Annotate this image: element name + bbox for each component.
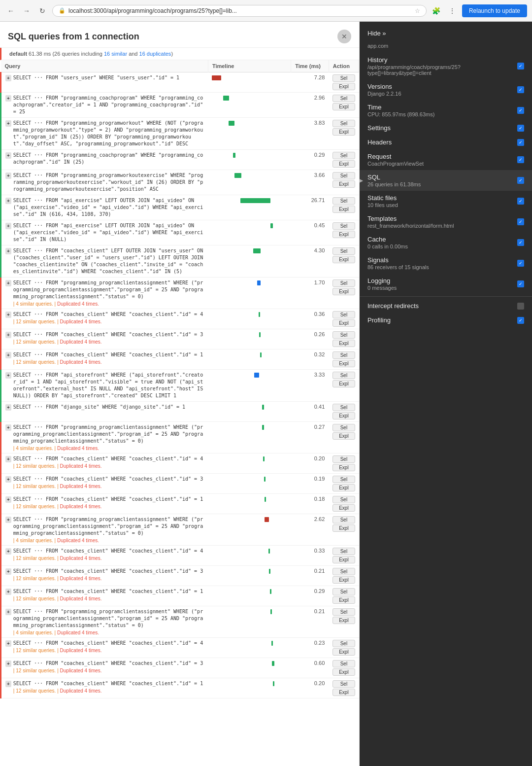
similar-link[interactable]: 16 similar [104,51,127,57]
sel-action-button[interactable]: Sel [332,404,355,411]
expand-button[interactable]: + [5,198,11,204]
sel-action-button[interactable]: Sel [332,476,355,483]
address-bar[interactable]: 🔒 localhost:3000/api/programming/coach/p… [52,5,427,17]
sel-action-button[interactable]: Sel [332,568,355,575]
expand-button[interactable]: + [5,609,11,615]
expand-button[interactable]: + [5,476,11,483]
extensions-button[interactable]: 🧩 [431,5,442,17]
expl-action-button[interactable]: Expl [332,432,355,440]
expl-action-button[interactable]: Expl [332,206,355,213]
sel-action-button[interactable]: Sel [332,455,355,463]
expl-action-button[interactable]: Expl [332,360,355,367]
expand-button[interactable]: + [5,248,11,254]
sidebar-item-checkbox[interactable] [517,218,524,225]
expl-action-button[interactable]: Expl [332,524,355,532]
sidebar-item-settings[interactable]: Settings [360,121,532,135]
reload-button[interactable]: ↻ [36,5,48,17]
sel-action-button[interactable]: Sel [332,152,355,159]
sel-action-button[interactable]: Sel [332,279,355,287]
expl-action-button[interactable]: Expl [332,380,355,387]
sel-action-button[interactable]: Sel [332,548,355,555]
menu-button[interactable]: ⋮ [446,5,458,17]
duplicates-link[interactable]: 16 duplicates [139,51,171,57]
expl-action-button[interactable]: Expl [332,319,355,327]
expand-button[interactable]: + [5,120,11,127]
expl-action-button[interactable]: Expl [332,103,355,110]
expl-action-button[interactable]: Expl [332,504,355,512]
expand-button[interactable]: + [5,173,11,179]
expand-button[interactable]: + [5,223,11,229]
expl-action-button[interactable]: Expl [332,648,355,656]
sidebar-item-signals[interactable]: Signals86 receivers of 15 signals [360,253,532,274]
sidebar-item-logging[interactable]: Logging0 messages [360,274,532,294]
sel-action-button[interactable]: Sel [332,516,355,523]
expl-action-button[interactable]: Expl [332,128,355,136]
sel-action-button[interactable]: Sel [332,331,355,339]
sel-action-button[interactable]: Sel [332,372,355,379]
sidebar-item-checkbox[interactable] [517,198,524,205]
sel-action-button[interactable]: Sel [332,172,355,179]
sidebar-item-checkbox[interactable] [517,63,524,70]
expand-button[interactable]: + [5,456,11,462]
sel-action-button[interactable]: Sel [332,197,355,205]
sidebar-item-checkbox[interactable] [517,177,524,184]
sidebar-item-headers[interactable]: Headers [360,135,532,149]
expl-action-button[interactable]: Expl [332,668,355,676]
expl-action-button[interactable]: Expl [332,617,355,624]
expand-button[interactable]: + [5,681,11,687]
expand-button[interactable]: + [5,332,11,338]
sidebar-item-history[interactable]: History/api/programming/coach/programs/2… [360,53,532,79]
expl-action-button[interactable]: Expl [332,484,355,491]
expl-action-button[interactable]: Expl [332,576,355,584]
sidebar-item-checkbox[interactable] [517,156,524,163]
sel-action-button[interactable]: Sel [332,608,355,616]
sidebar-item-templates[interactable]: Templatesrest_framework/horizontal/form.… [360,211,532,232]
sidebar-item-checkbox[interactable] [517,125,524,132]
expand-button[interactable]: + [5,661,11,667]
sel-action-button[interactable]: Sel [332,351,355,359]
expl-action-button[interactable]: Expl [332,556,355,563]
sidebar-item-static[interactable]: Static files10 files used [360,191,532,211]
sidebar-item-versions[interactable]: VersionsDjango 2.2.16 [360,79,532,100]
sel-action-button[interactable]: Sel [332,247,355,255]
sidebar-item-checkbox[interactable] [517,280,524,287]
sidebar-item-checkbox[interactable] [517,86,524,93]
expl-action-button[interactable]: Expl [332,256,355,263]
expand-button[interactable]: + [5,589,11,595]
sel-action-button[interactable]: Sel [332,660,355,667]
forward-button[interactable]: → [21,5,33,17]
sidebar-item-checkbox[interactable] [517,303,524,310]
expl-action-button[interactable]: Expl [332,160,355,168]
expand-button[interactable]: + [5,640,11,647]
sidebar-item-checkbox[interactable] [517,239,524,246]
sel-action-button[interactable]: Sel [332,222,355,230]
expand-button[interactable]: + [5,496,11,503]
expand-button[interactable]: + [5,424,11,431]
expl-action-button[interactable]: Expl [332,180,355,188]
sel-action-button[interactable]: Sel [332,95,355,102]
sidebar-item-checkbox[interactable] [517,317,524,324]
sel-action-button[interactable]: Sel [332,588,355,595]
expand-button[interactable]: + [5,548,11,555]
expl-action-button[interactable]: Expl [332,689,355,696]
sidebar-item-time[interactable]: TimeCPU: 855.97ms (898.63ms) [360,100,532,121]
sel-action-button[interactable]: Sel [332,680,355,688]
sidebar-item-sql[interactable]: ▶SQL26 queries in 61.38ms [360,170,532,191]
sidebar-item-cache[interactable]: Cache0 calls in 0.00ms [360,232,532,253]
expand-button[interactable]: + [5,517,11,523]
expl-action-button[interactable]: Expl [332,596,355,604]
expand-button[interactable]: + [5,312,11,318]
relaunch-button[interactable]: Relaunch to update [462,4,527,17]
sidebar-item-checkbox[interactable] [517,260,524,267]
expand-button[interactable]: + [5,75,11,81]
sidebar-item-checkbox[interactable] [517,107,524,114]
expl-action-button[interactable]: Expl [332,340,355,347]
sidebar-item-checkbox[interactable] [517,139,524,146]
expl-action-button[interactable]: Expl [332,412,355,419]
expand-button[interactable]: + [5,152,11,159]
sidebar-item-profiling[interactable]: Profiling [360,313,532,327]
expl-action-button[interactable]: Expl [332,83,355,90]
sel-action-button[interactable]: Sel [332,74,355,82]
expand-button[interactable]: + [5,372,11,379]
expand-button[interactable]: + [5,568,11,575]
